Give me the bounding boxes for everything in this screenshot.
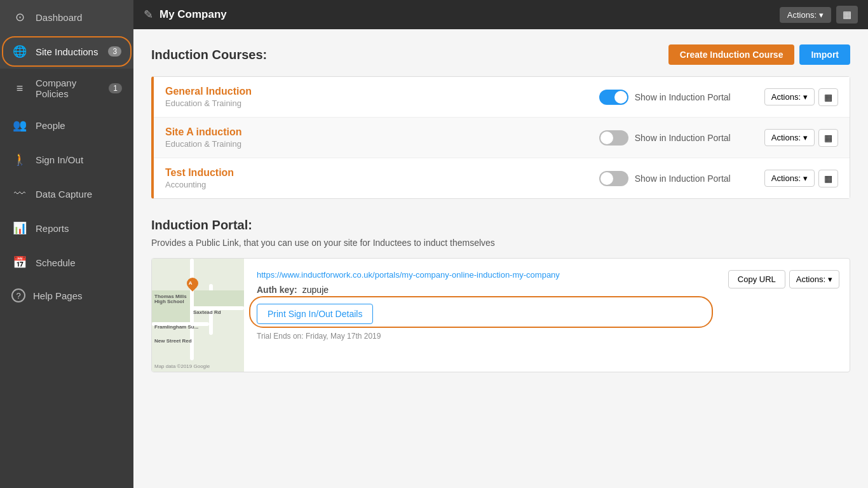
import-button[interactable]: Import bbox=[799, 44, 850, 65]
portal-label: Show in Induction Portal bbox=[635, 173, 731, 184]
portal-actions: Copy URL Actions: ▾ bbox=[718, 259, 850, 372]
sidebar-item-label: Sign In/Out bbox=[36, 154, 83, 165]
portal-toggle-1[interactable] bbox=[599, 130, 628, 146]
chevron-down-icon: ▾ bbox=[828, 274, 832, 284]
induction-portal-title: Induction Portal: bbox=[151, 218, 850, 233]
map-pin-head bbox=[184, 275, 200, 291]
course-actions: Actions: ▾ ▦ bbox=[764, 129, 838, 147]
sidebar-item-people[interactable]: 👥 People bbox=[0, 108, 133, 142]
topbar: ✎ My Company Actions: ▾ ▦ bbox=[133, 0, 868, 29]
portal-toggle-0[interactable] bbox=[599, 90, 628, 105]
course-delete-button-2[interactable]: ▦ bbox=[818, 170, 838, 187]
sidebar-item-label: Company Policies bbox=[36, 78, 98, 99]
portal-actions-button[interactable]: Actions: ▾ bbox=[789, 270, 839, 288]
sidebar-item-label: Site Inductions bbox=[36, 46, 98, 57]
sidebar-item-reports[interactable]: 📊 Reports bbox=[0, 211, 133, 245]
toggle-knob bbox=[600, 132, 613, 144]
section-actions: Create Induction Course Import bbox=[668, 44, 850, 65]
course-actions: Actions: ▾ ▦ bbox=[764, 170, 838, 187]
page-title: My Company bbox=[159, 8, 227, 21]
portal-trial-text: Trial Ends on: Friday, May 17th 2019 bbox=[257, 332, 705, 341]
table-row: Test Induction Accounting Show in Induct… bbox=[154, 158, 850, 198]
people-icon: 👥 bbox=[11, 117, 28, 133]
sign-in-out-icon: 🚶 bbox=[11, 151, 28, 168]
course-portal-toggle: Show in Induction Portal bbox=[599, 130, 752, 146]
copy-url-button[interactable]: Copy URL bbox=[728, 270, 785, 288]
course-category: Education & Training bbox=[165, 98, 599, 108]
portal-card: Thomas Mills High School Saxtead Rd Fram… bbox=[151, 258, 850, 372]
topbar-left: ✎ My Company bbox=[144, 8, 227, 22]
map-label-4: Framlingham Su... bbox=[154, 324, 198, 330]
induction-courses-header: Induction Courses: Create Induction Cour… bbox=[151, 44, 850, 65]
sidebar-item-label: Help Pages bbox=[33, 290, 83, 301]
dropdown-chevron-icon: ▾ bbox=[819, 10, 824, 20]
map-label-5: New Street Red bbox=[154, 338, 192, 344]
content-area: Induction Courses: Create Induction Cour… bbox=[133, 29, 868, 488]
edit-icon[interactable]: ✎ bbox=[144, 8, 153, 22]
course-info: General Induction Education & Training bbox=[165, 86, 599, 108]
course-category: Education & Training bbox=[165, 139, 599, 149]
auth-key-value: zupuje bbox=[302, 285, 329, 295]
portal-description: Provides a Public Link, that you can use… bbox=[151, 238, 850, 248]
portal-label: Show in Induction Portal bbox=[635, 92, 731, 102]
map-label-3: Saxtead Rd bbox=[193, 309, 221, 315]
site-inductions-icon: 🌐 bbox=[11, 43, 28, 60]
map-label-2: High School bbox=[154, 299, 184, 304]
map-block bbox=[194, 290, 244, 306]
main-content: ✎ My Company Actions: ▾ ▦ Induction Cour… bbox=[133, 0, 868, 488]
course-category: Accounting bbox=[165, 180, 599, 189]
portal-toggle-2[interactable] bbox=[599, 171, 628, 186]
sidebar-item-company-policies[interactable]: ≡ Company Policies 1 bbox=[0, 69, 133, 108]
sidebar-item-label: Data Capture bbox=[36, 189, 92, 200]
sidebar-item-schedule[interactable]: 📅 Schedule bbox=[0, 245, 133, 280]
sidebar-item-label: People bbox=[36, 120, 65, 131]
sidebar-item-data-capture[interactable]: 〰 Data Capture bbox=[0, 177, 133, 211]
portal-info: https://www.inductforwork.co.uk/portals/… bbox=[244, 259, 718, 372]
topbar-grid-button[interactable]: ▦ bbox=[836, 6, 858, 24]
induction-courses-title: Induction Courses: bbox=[151, 48, 267, 62]
map-background: Thomas Mills High School Saxtead Rd Fram… bbox=[152, 259, 244, 372]
portal-print-wrapper: Print Sign In/Out Details bbox=[257, 300, 705, 324]
course-portal-toggle: Show in Induction Portal bbox=[599, 171, 752, 186]
course-name[interactable]: General Induction bbox=[165, 86, 599, 97]
portal-action-row: Copy URL Actions: ▾ bbox=[728, 270, 839, 288]
create-induction-course-button[interactable]: Create Induction Course bbox=[668, 44, 795, 65]
toggle-knob bbox=[600, 172, 613, 185]
course-delete-button-0[interactable]: ▦ bbox=[818, 88, 838, 106]
sidebar-item-sign-in-out[interactable]: 🚶 Sign In/Out bbox=[0, 142, 133, 177]
course-info: Site A induction Education & Training bbox=[165, 126, 599, 149]
course-actions-button-0[interactable]: Actions: ▾ bbox=[764, 88, 815, 105]
help-icon: ? bbox=[11, 288, 25, 302]
chevron-down-icon: ▾ bbox=[803, 173, 808, 183]
map-pin bbox=[187, 278, 198, 293]
company-policies-icon: ≡ bbox=[11, 80, 28, 97]
print-sign-in-out-button[interactable]: Print Sign In/Out Details bbox=[257, 304, 373, 324]
sidebar-item-help-pages[interactable]: ? Help Pages bbox=[0, 280, 133, 311]
course-info: Test Induction Accounting bbox=[165, 167, 599, 189]
course-name[interactable]: Site A induction bbox=[165, 126, 599, 138]
course-actions-button-1[interactable]: Actions: ▾ bbox=[764, 129, 815, 146]
sidebar-item-label: Dashboard bbox=[36, 12, 82, 23]
course-actions-button-2[interactable]: Actions: ▾ bbox=[764, 170, 815, 187]
topbar-actions-button[interactable]: Actions: ▾ bbox=[780, 7, 831, 23]
course-actions: Actions: ▾ ▦ bbox=[764, 88, 838, 106]
sidebar: ⊙ Dashboard 🌐 Site Inductions 3 ≡ Compan… bbox=[0, 0, 133, 488]
portal-label: Show in Induction Portal bbox=[635, 133, 731, 143]
courses-list: General Induction Education & Training S… bbox=[151, 76, 850, 199]
table-row: General Induction Education & Training S… bbox=[154, 77, 850, 118]
course-name[interactable]: Test Induction bbox=[165, 167, 599, 179]
course-portal-toggle: Show in Induction Portal bbox=[599, 90, 752, 105]
chevron-down-icon: ▾ bbox=[803, 92, 808, 102]
portal-url[interactable]: https://www.inductforwork.co.uk/portals/… bbox=[257, 270, 705, 280]
course-delete-button-1[interactable]: ▦ bbox=[818, 129, 838, 147]
topbar-right: Actions: ▾ ▦ bbox=[780, 6, 858, 24]
chevron-down-icon: ▾ bbox=[803, 133, 808, 142]
portal-auth: Auth key: zupuje bbox=[257, 285, 705, 295]
sidebar-item-site-inductions[interactable]: 🌐 Site Inductions 3 bbox=[0, 34, 133, 69]
auth-key-label: Auth key: bbox=[257, 285, 297, 295]
sidebar-item-dashboard[interactable]: ⊙ Dashboard bbox=[0, 0, 133, 34]
site-inductions-badge: 3 bbox=[108, 46, 121, 57]
portal-map: Thomas Mills High School Saxtead Rd Fram… bbox=[152, 259, 244, 372]
table-row: Site A induction Education & Training Sh… bbox=[154, 118, 850, 158]
reports-icon: 📊 bbox=[11, 220, 28, 236]
